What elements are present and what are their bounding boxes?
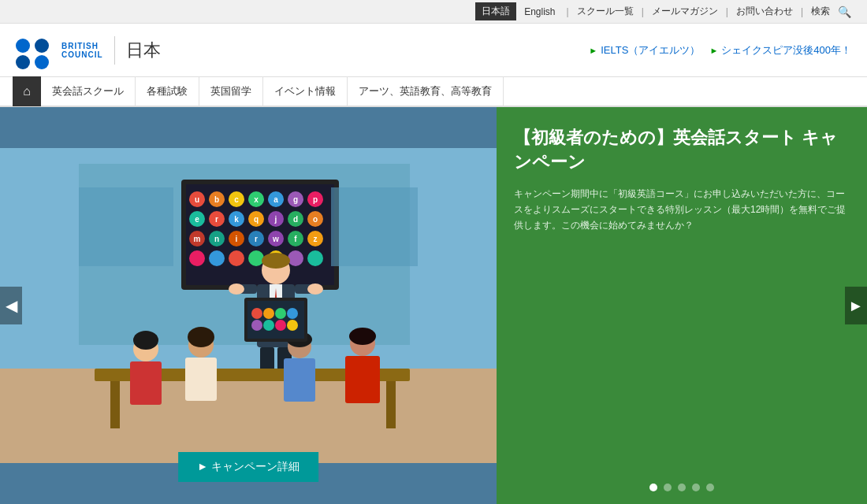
shakespeare-label: シェイクスピア没後400年！ xyxy=(721,43,851,57)
svg-point-86 xyxy=(251,320,262,331)
svg-text:r: r xyxy=(255,235,258,243)
svg-text:e: e xyxy=(195,215,199,224)
svg-text:j: j xyxy=(274,215,277,224)
svg-text:i: i xyxy=(236,235,238,243)
svg-text:m: m xyxy=(194,235,201,243)
svg-point-88 xyxy=(275,320,286,331)
svg-text:a: a xyxy=(273,195,278,204)
svg-point-62 xyxy=(307,284,323,295)
svg-text:o: o xyxy=(313,215,318,224)
svg-text:k: k xyxy=(234,215,239,224)
logo-circle-3 xyxy=(16,55,30,69)
svg-text:u: u xyxy=(195,195,199,204)
logo-circle-1 xyxy=(16,39,30,53)
svg-point-83 xyxy=(263,308,274,319)
nav-home-button[interactable]: ⌂ xyxy=(13,76,41,106)
svg-text:g: g xyxy=(293,195,298,204)
logo-circle-4 xyxy=(35,55,49,69)
campaign-body: キャンペーン期間中に「初級英語コース」にお申し込みいただいた方に、コースをよりス… xyxy=(514,186,850,234)
contact-link[interactable]: お問い合わせ xyxy=(733,5,796,18)
right-panel: 【初級者のための】英会話スタート キャンペーン キャンペーン期間中に「初級英語コ… xyxy=(497,107,867,504)
logo-area: BRITISH COUNCIL 日本 xyxy=(16,36,161,65)
school-list-link[interactable]: スクール一覧 xyxy=(574,5,637,18)
svg-point-55 xyxy=(262,253,290,269)
main-content: u b c x a g p e r k q j d o m n i r w f … xyxy=(0,107,867,504)
svg-rect-90 xyxy=(79,187,173,266)
nav-item-events[interactable]: イベント情報 xyxy=(263,76,348,106)
slider-dots xyxy=(649,484,714,491)
svg-rect-81 xyxy=(247,301,304,339)
svg-point-32 xyxy=(307,250,323,266)
campaign-heading: 【初級者のための】英会話スタート キャンペーン xyxy=(514,126,850,175)
svg-rect-1 xyxy=(0,369,497,463)
logo-separator xyxy=(114,36,115,65)
dot-4[interactable] xyxy=(692,484,700,491)
svg-text:p: p xyxy=(313,195,318,204)
logo-line1: BRITISH xyxy=(61,42,103,50)
shakespeare-link[interactable]: ► シェイクスピア没後400年！ xyxy=(709,43,851,57)
svg-rect-76 xyxy=(345,356,380,403)
svg-point-85 xyxy=(287,308,298,319)
lang-en-button[interactable]: English xyxy=(518,4,561,20)
search-icon[interactable]: 🔍 xyxy=(838,6,851,18)
campaign-detail-button[interactable]: ► キャンペーン詳細 xyxy=(178,452,318,482)
lang-ja-button[interactable]: 日本語 xyxy=(475,2,516,20)
mail-mag-link[interactable]: メールマガジン xyxy=(649,5,721,18)
svg-point-82 xyxy=(251,308,262,319)
nav-item-arts[interactable]: アーツ、英語教育、高等教育 xyxy=(348,76,504,106)
svg-text:q: q xyxy=(254,215,259,224)
dot-5[interactable] xyxy=(706,484,714,491)
svg-text:d: d xyxy=(293,215,298,224)
svg-point-26 xyxy=(189,250,205,266)
sep-2: | xyxy=(638,6,647,17)
svg-text:z: z xyxy=(314,235,318,243)
svg-point-89 xyxy=(287,320,298,331)
nav-item-study-uk[interactable]: 英国留学 xyxy=(199,76,263,106)
sep-4: | xyxy=(798,6,806,17)
svg-point-29 xyxy=(248,250,264,266)
nav-item-english-school[interactable]: 英会話スクール xyxy=(41,76,136,106)
svg-rect-66 xyxy=(110,381,120,428)
header-links: ► IELTS（アイエルツ） ► シェイクスピア没後400年！ xyxy=(589,43,851,57)
header: BRITISH COUNCIL 日本 ► IELTS（アイエルツ） ► シェイク… xyxy=(0,24,867,77)
svg-rect-67 xyxy=(386,381,396,428)
svg-text:c: c xyxy=(234,195,239,204)
ielts-arrow-icon: ► xyxy=(589,46,597,55)
shakespeare-arrow-icon: ► xyxy=(709,46,718,55)
search-link[interactable]: 検索 xyxy=(808,5,833,18)
svg-rect-79 xyxy=(284,358,315,402)
nav-item-exams[interactable]: 各種試験 xyxy=(136,76,199,106)
slider-prev-button[interactable]: ◀ xyxy=(0,287,22,324)
sep-3: | xyxy=(723,6,731,17)
sep-1: | xyxy=(564,6,572,17)
ielts-label: IELTS（アイエルツ） xyxy=(601,43,700,57)
classroom-image: u b c x a g p e r k q j d o m n i r w f … xyxy=(0,107,497,504)
svg-point-72 xyxy=(188,327,214,347)
logo-japan-text: 日本 xyxy=(126,39,161,62)
svg-text:w: w xyxy=(272,235,279,243)
top-bar: 日本語 English | スクール一覧 | メールマガジン | お問い合わせ … xyxy=(0,0,867,24)
svg-text:b: b xyxy=(214,195,219,204)
svg-point-87 xyxy=(263,320,274,331)
svg-point-84 xyxy=(275,308,286,319)
dot-1[interactable] xyxy=(649,484,657,491)
svg-point-27 xyxy=(209,250,225,266)
svg-text:r: r xyxy=(215,215,218,224)
svg-text:n: n xyxy=(214,235,219,243)
svg-rect-91 xyxy=(331,187,418,266)
logo-circles xyxy=(16,39,50,62)
svg-rect-73 xyxy=(185,358,217,401)
ielts-link[interactable]: ► IELTS（アイエルツ） xyxy=(589,43,700,57)
slider-next-button[interactable]: ► xyxy=(845,287,867,324)
hero-slider: u b c x a g p e r k q j d o m n i r w f … xyxy=(0,107,497,504)
svg-point-75 xyxy=(349,328,376,345)
svg-rect-70 xyxy=(130,361,162,405)
logo-circle-2 xyxy=(35,39,49,53)
main-nav: ⌂ 英会話スクール 各種試験 英国留学 イベント情報 アーツ、英語教育、高等教育 xyxy=(0,77,867,107)
dot-3[interactable] xyxy=(678,484,686,491)
svg-point-61 xyxy=(229,284,244,295)
dot-2[interactable] xyxy=(664,484,672,491)
logo-line2: COUNCIL xyxy=(61,50,103,59)
svg-point-69 xyxy=(133,331,158,350)
svg-text:x: x xyxy=(254,195,259,204)
